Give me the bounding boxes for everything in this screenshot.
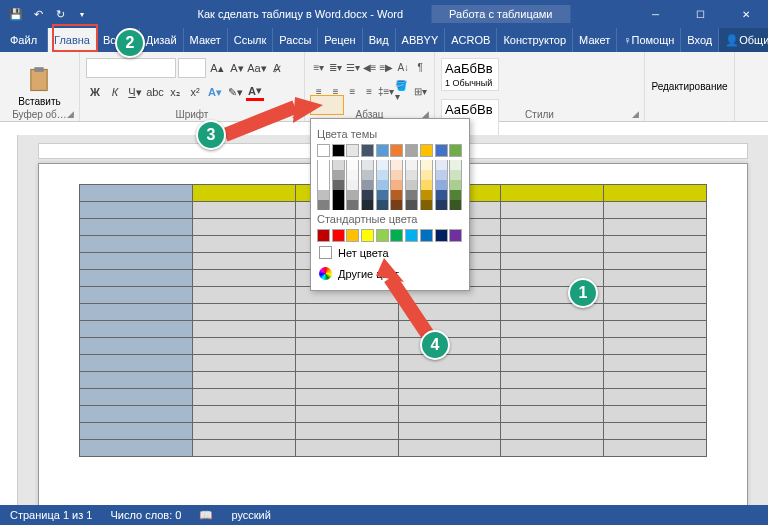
theme-shade-swatch[interactable] (405, 200, 418, 210)
theme-shade-swatch[interactable] (361, 170, 374, 180)
theme-shade-swatch[interactable] (435, 180, 448, 190)
close-button[interactable]: ✕ (723, 0, 768, 28)
standard-color-swatch[interactable] (376, 229, 389, 242)
theme-shade-swatch[interactable] (405, 180, 418, 190)
qat-dropdown-icon[interactable]: ▾ (74, 6, 90, 22)
bullets-icon[interactable]: ≡▾ (311, 58, 327, 76)
minimize-button[interactable]: ─ (633, 0, 678, 28)
standard-color-swatch[interactable] (435, 229, 448, 242)
theme-shade-swatch[interactable] (332, 180, 345, 190)
numbering-icon[interactable]: ≣▾ (328, 58, 344, 76)
theme-shade-swatch[interactable] (405, 190, 418, 200)
theme-shade-swatch[interactable] (361, 160, 374, 170)
theme-shade-swatch[interactable] (317, 200, 330, 210)
styles-launcher-icon[interactable]: ◢ (632, 109, 642, 119)
standard-color-swatch[interactable] (346, 229, 359, 242)
theme-color-swatch[interactable] (435, 144, 448, 157)
align-right-icon[interactable]: ≡ (345, 82, 361, 100)
shading-button[interactable]: 🪣▾ (395, 82, 411, 100)
theme-color-swatch[interactable] (420, 144, 433, 157)
standard-color-swatch[interactable] (449, 229, 462, 242)
status-spell-icon[interactable]: 📖 (199, 509, 213, 522)
no-color-item[interactable]: Нет цвета (317, 242, 463, 263)
tab-acrobat[interactable]: ACROB (445, 28, 497, 52)
theme-shade-swatch[interactable] (361, 190, 374, 200)
editing-button[interactable]: Редактирование (651, 81, 727, 92)
theme-color-swatch[interactable] (376, 144, 389, 157)
line-spacing-icon[interactable]: ‡≡▾ (378, 82, 394, 100)
paste-button[interactable]: Вставить (18, 66, 60, 107)
theme-shade-swatch[interactable] (390, 200, 403, 210)
theme-shade-swatch[interactable] (376, 200, 389, 210)
theme-shade-swatch[interactable] (435, 200, 448, 210)
theme-color-swatch[interactable] (405, 144, 418, 157)
theme-shade-swatch[interactable] (346, 160, 359, 170)
status-language[interactable]: русский (231, 509, 270, 521)
theme-shade-swatch[interactable] (376, 170, 389, 180)
theme-shade-swatch[interactable] (346, 180, 359, 190)
font-launcher-icon[interactable]: ◢ (292, 109, 302, 119)
borders-icon[interactable]: ⊞▾ (412, 82, 428, 100)
theme-shade-swatch[interactable] (332, 190, 345, 200)
save-icon[interactable]: 💾 (8, 6, 24, 22)
theme-color-swatch[interactable] (346, 144, 359, 157)
decrease-indent-icon[interactable]: ◀≡ (362, 58, 378, 76)
theme-shade-swatch[interactable] (332, 160, 345, 170)
theme-shade-swatch[interactable] (405, 170, 418, 180)
standard-color-swatch[interactable] (361, 229, 374, 242)
theme-shade-swatch[interactable] (420, 160, 433, 170)
standard-color-swatch[interactable] (332, 229, 345, 242)
theme-shade-swatch[interactable] (390, 190, 403, 200)
standard-color-swatch[interactable] (390, 229, 403, 242)
increase-indent-icon[interactable]: ≡▶ (378, 58, 394, 76)
theme-shade-swatch[interactable] (449, 200, 462, 210)
tab-file[interactable]: Файл (0, 28, 48, 52)
theme-shade-swatch[interactable] (390, 170, 403, 180)
theme-shade-swatch[interactable] (435, 160, 448, 170)
theme-shade-swatch[interactable] (420, 200, 433, 210)
theme-shade-swatch[interactable] (376, 180, 389, 190)
justify-icon[interactable]: ≡ (361, 82, 377, 100)
theme-shade-swatch[interactable] (317, 180, 330, 190)
theme-color-swatch[interactable] (317, 144, 330, 157)
tab-review[interactable]: Рецен (318, 28, 362, 52)
font-color-icon[interactable]: A▾ (246, 83, 264, 101)
theme-shade-swatch[interactable] (376, 190, 389, 200)
clear-format-icon[interactable]: A̷ (268, 59, 286, 77)
change-case-icon[interactable]: Aa▾ (248, 59, 266, 77)
theme-shade-swatch[interactable] (317, 170, 330, 180)
theme-color-swatch[interactable] (449, 144, 462, 157)
bold-button[interactable]: Ж (86, 83, 104, 101)
tab-table-design[interactable]: Конструктор (497, 28, 573, 52)
theme-shade-swatch[interactable] (346, 170, 359, 180)
status-word-count[interactable]: Число слов: 0 (110, 509, 181, 521)
font-size-input[interactable] (178, 58, 206, 78)
theme-shade-swatch[interactable] (332, 170, 345, 180)
sort-icon[interactable]: A↓ (395, 58, 411, 76)
font-name-input[interactable] (86, 58, 176, 78)
strike-button[interactable]: abc (146, 83, 164, 101)
status-page[interactable]: Страница 1 из 1 (10, 509, 92, 521)
shrink-font-icon[interactable]: A▾ (228, 59, 246, 77)
tab-references[interactable]: Ссылк (228, 28, 274, 52)
more-colors-item[interactable]: Другие цвет (317, 263, 463, 284)
theme-shade-swatch[interactable] (420, 180, 433, 190)
theme-shade-swatch[interactable] (420, 190, 433, 200)
redo-icon[interactable]: ↻ (52, 6, 68, 22)
theme-shade-swatch[interactable] (346, 190, 359, 200)
standard-color-swatch[interactable] (317, 229, 330, 242)
standard-color-swatch[interactable] (405, 229, 418, 242)
text-effects-icon[interactable]: A▾ (206, 83, 224, 101)
theme-shade-swatch[interactable] (390, 180, 403, 190)
theme-shade-swatch[interactable] (361, 180, 374, 190)
clipboard-launcher-icon[interactable]: ◢ (67, 109, 77, 119)
tab-table-layout[interactable]: Макет (573, 28, 617, 52)
theme-color-swatch[interactable] (390, 144, 403, 157)
standard-color-swatch[interactable] (420, 229, 433, 242)
maximize-button[interactable]: ☐ (678, 0, 723, 28)
multilevel-icon[interactable]: ☰▾ (345, 58, 361, 76)
underline-button[interactable]: Ч▾ (126, 83, 144, 101)
tab-view[interactable]: Вид (363, 28, 396, 52)
theme-shade-swatch[interactable] (346, 200, 359, 210)
undo-icon[interactable]: ↶ (30, 6, 46, 22)
